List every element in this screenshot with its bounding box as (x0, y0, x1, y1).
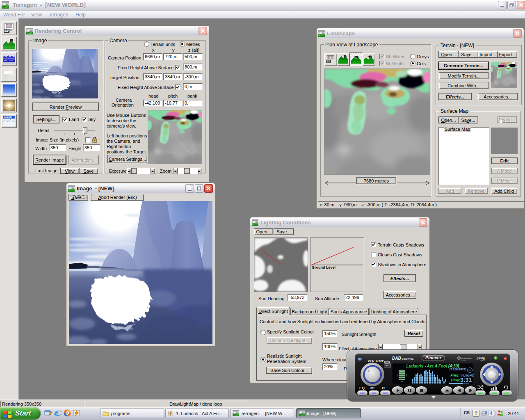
svg-text:Ground Level: Ground Level (312, 265, 336, 269)
svg-text:CDDB: CDDB (461, 360, 466, 361)
svg-text:gracenote: gracenote (461, 357, 471, 359)
svg-text:IMAGE: IMAGE (4, 116, 12, 119)
svg-text:READY: READY (480, 360, 485, 361)
